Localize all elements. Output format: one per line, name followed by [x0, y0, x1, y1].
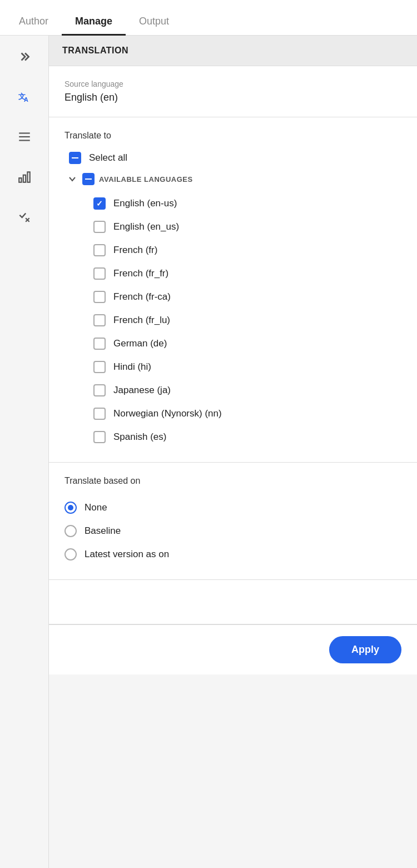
spacer [49, 580, 417, 624]
svg-text:A: A [23, 96, 28, 103]
content-area: TRANSLATION Source language English (en)… [49, 36, 417, 868]
chevron-down-icon[interactable] [67, 173, 78, 185]
lang-item-label: English (en-us) [113, 198, 177, 209]
lang-item-label: English (en_us) [113, 221, 179, 232]
lang-item[interactable]: English (en-us) [93, 192, 401, 215]
lang-item-label: French (fr) [113, 245, 157, 256]
radio-item[interactable]: None [64, 496, 401, 519]
lang-group-title: AVAILABLE LANGUAGES [99, 175, 193, 183]
lang-checkbox[interactable] [93, 338, 106, 350]
lang-checkbox[interactable] [93, 361, 106, 373]
radio-button[interactable] [64, 502, 77, 514]
radio-label: Latest version as on [85, 549, 169, 560]
lang-item-label: French (fr_lu) [113, 315, 170, 326]
source-language-value: English (en) [64, 92, 401, 103]
source-language-card: Source language English (en) [49, 66, 417, 117]
sidebar: 文 A [0, 36, 49, 868]
radio-button[interactable] [64, 548, 77, 561]
select-all-row[interactable]: Select all [64, 152, 401, 164]
lang-checkbox[interactable] [93, 267, 106, 280]
language-list: English (en-us)English (en_us)French (fr… [64, 192, 401, 449]
lang-item-label: French (fr-ca) [113, 291, 171, 302]
lang-item[interactable]: English (en_us) [93, 215, 401, 239]
translate-to-card: Translate to Select all AVAILABLE LANGUA… [49, 117, 417, 463]
top-nav: Author Manage Output [0, 0, 417, 36]
lang-item[interactable]: Norwegian (Nynorsk) (nn) [93, 402, 401, 425]
lang-item-label: Japanese (ja) [113, 385, 171, 396]
lang-checkbox[interactable] [93, 384, 106, 396]
lang-item[interactable]: French (fr) [93, 239, 401, 262]
radio-label: Baseline [85, 525, 121, 537]
tab-output[interactable]: Output [126, 9, 182, 36]
lang-item[interactable]: Japanese (ja) [93, 379, 401, 402]
svg-rect-7 [27, 172, 29, 182]
lang-item-label: German (de) [113, 338, 167, 349]
select-all-label: Select all [89, 152, 127, 163]
lang-item-label: Hindi (hi) [113, 361, 151, 373]
svg-rect-5 [19, 178, 21, 182]
section-title: TRANSLATION [62, 46, 128, 55]
translate-based-on-card: Translate based on NoneBaselineLatest ve… [49, 463, 417, 580]
apply-button[interactable]: Apply [329, 636, 401, 663]
lang-checkbox[interactable] [93, 291, 106, 303]
check-x-icon[interactable] [12, 205, 37, 229]
lang-checkbox[interactable] [93, 221, 106, 233]
tab-manage[interactable]: Manage [62, 9, 126, 36]
lang-item-label: French (fr_fr) [113, 268, 168, 279]
lang-checkbox[interactable] [93, 197, 106, 210]
translate-icon[interactable]: 文 A [12, 85, 37, 109]
radio-label: None [85, 502, 107, 513]
lang-checkbox[interactable] [93, 314, 106, 326]
radio-list: NoneBaselineLatest version as on [64, 496, 401, 566]
radio-button[interactable] [64, 525, 77, 537]
select-all-checkbox[interactable] [69, 152, 81, 164]
svg-rect-6 [23, 175, 25, 182]
lang-item[interactable]: Hindi (hi) [93, 355, 401, 379]
lang-checkbox[interactable] [93, 408, 106, 420]
main-layout: 文 A [0, 36, 417, 868]
translate-to-label: Translate to [64, 131, 401, 141]
lang-item[interactable]: French (fr-ca) [93, 285, 401, 309]
chevron-right-icon[interactable] [12, 44, 37, 69]
footer: Apply [49, 624, 417, 674]
lang-checkbox[interactable] [93, 244, 106, 256]
chart-icon[interactable] [12, 165, 37, 189]
lines-icon[interactable] [12, 125, 37, 149]
source-language-label: Source language [64, 80, 401, 88]
section-header: TRANSLATION [49, 36, 417, 66]
translate-based-on-label: Translate based on [64, 476, 401, 486]
lang-item[interactable]: Spanish (es) [93, 425, 401, 449]
lang-item[interactable]: German (de) [93, 332, 401, 355]
lang-item-label: Spanish (es) [113, 431, 166, 443]
lang-item-label: Norwegian (Nynorsk) (nn) [113, 408, 222, 419]
tab-author[interactable]: Author [6, 9, 62, 36]
lang-item[interactable]: French (fr_lu) [93, 309, 401, 332]
lang-group-header: AVAILABLE LANGUAGES [64, 173, 401, 185]
lang-checkbox[interactable] [93, 431, 106, 443]
lang-group-checkbox[interactable] [82, 173, 95, 185]
lang-item[interactable]: French (fr_fr) [93, 262, 401, 285]
radio-item[interactable]: Baseline [64, 519, 401, 543]
radio-item[interactable]: Latest version as on [64, 543, 401, 566]
